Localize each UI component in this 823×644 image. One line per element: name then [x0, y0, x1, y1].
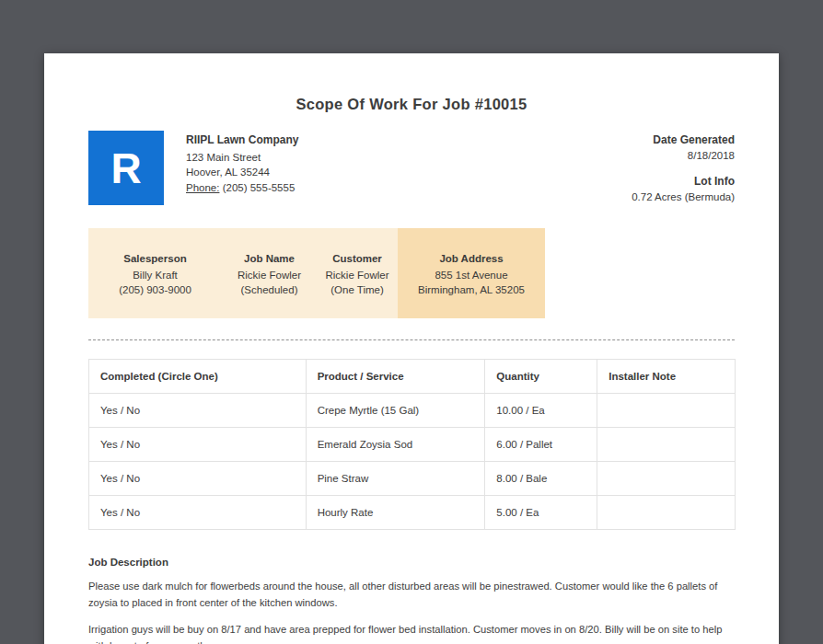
job-summary-bar: Salesperson Billy Kraft (205) 903-9000 J… [88, 228, 545, 318]
summary-job-name-label: Job Name [222, 251, 317, 266]
document-page: Scope Of Work For Job #10015 R RIIPL Law… [44, 53, 779, 644]
table-row: Yes / No Crepe Myrtle (15 Gal) 10.00 / E… [89, 394, 736, 428]
company-address-line2: Hoover, AL 35244 [186, 165, 298, 180]
work-items-table: Completed (Circle One) Product / Service… [88, 359, 736, 530]
job-description-heading: Job Description [88, 557, 735, 568]
summary-salesperson-label: Salesperson [88, 251, 222, 266]
company-phone-number: (205) 555-5555 [223, 182, 296, 193]
company-name: RIIPL Lawn Company [186, 132, 298, 148]
lot-info-label: Lot Info [632, 174, 735, 190]
header-completed: Completed (Circle One) [89, 360, 307, 394]
company-logo: R [88, 131, 164, 205]
company-logo-letter: R [110, 144, 141, 193]
header-product-service: Product / Service [306, 360, 485, 394]
summary-customer-name: Rickie Fowler [317, 268, 398, 282]
cell-installer-note [597, 462, 736, 496]
lot-info-value: 0.72 Acres (Bermuda) [632, 190, 735, 205]
summary-job-name: Job Name Rickie Fowler (Scheduled) [222, 228, 317, 318]
header-installer-note: Installer Note [597, 360, 736, 394]
table-row: Yes / No Pine Straw 8.00 / Bale [89, 462, 736, 496]
company-address-line1: 123 Main Street [186, 150, 298, 166]
date-generated-value: 8/18/2018 [632, 148, 735, 164]
summary-job-address: Job Address 855 1st Avenue Birmingham, A… [398, 228, 545, 318]
dashed-divider [88, 339, 735, 340]
summary-customer-type: (One Time) [317, 282, 398, 297]
summary-customer-label: Customer [317, 251, 398, 266]
document-meta: Date Generated 8/18/2018 Lot Info 0.72 A… [632, 131, 735, 205]
cell-quantity: 5.00 / Ea [485, 496, 597, 530]
summary-job-name-status: (Scheduled) [222, 282, 317, 297]
job-description-paragraph: Please use dark mulch for flowerbeds aro… [88, 579, 735, 611]
cell-product: Pine Straw [306, 462, 485, 496]
summary-customer: Customer Rickie Fowler (One Time) [317, 228, 398, 318]
summary-salesperson-phone: (205) 903-9000 [88, 282, 222, 297]
company-phone-label: Phone: [186, 182, 219, 193]
company-phone-row: Phone: (205) 555-5555 [186, 180, 298, 196]
cell-installer-note [597, 496, 736, 530]
summary-salesperson-name: Billy Kraft [88, 268, 222, 282]
date-generated-label: Date Generated [632, 132, 735, 148]
cell-installer-note [597, 428, 736, 462]
document-header: R RIIPL Lawn Company 123 Main Street Hoo… [88, 131, 735, 205]
cell-quantity: 10.00 / Ea [485, 394, 597, 428]
cell-quantity: 8.00 / Bale [485, 462, 597, 496]
summary-job-name-value: Rickie Fowler [222, 268, 317, 282]
table-header-row: Completed (Circle One) Product / Service… [89, 360, 736, 394]
cell-product: Crepe Myrtle (15 Gal) [306, 394, 485, 428]
cell-completed: Yes / No [89, 462, 307, 496]
summary-job-address-line2: Birmingham, AL 35205 [398, 282, 545, 297]
cell-completed: Yes / No [89, 394, 307, 428]
table-row: Yes / No Hourly Rate 5.00 / Ea [89, 496, 736, 530]
summary-job-address-label: Job Address [398, 251, 545, 266]
header-quantity: Quantity [485, 360, 597, 394]
cell-completed: Yes / No [89, 496, 307, 530]
cell-product: Emerald Zoysia Sod [306, 428, 485, 462]
page-title: Scope Of Work For Job #10015 [88, 96, 735, 113]
summary-salesperson: Salesperson Billy Kraft (205) 903-9000 [88, 228, 222, 318]
table-row: Yes / No Emerald Zoysia Sod 6.00 / Palle… [89, 428, 736, 462]
cell-completed: Yes / No [89, 428, 307, 462]
company-info: RIIPL Lawn Company 123 Main Street Hoove… [186, 131, 298, 205]
cell-quantity: 6.00 / Pallet [485, 428, 597, 462]
job-description-paragraph: Irrigation guys will be buy on 8/17 and … [88, 622, 735, 644]
cell-installer-note [597, 394, 736, 428]
summary-job-address-line1: 855 1st Avenue [398, 268, 545, 282]
job-description-section: Job Description Please use dark mulch fo… [88, 557, 735, 644]
cell-product: Hourly Rate [306, 496, 485, 530]
